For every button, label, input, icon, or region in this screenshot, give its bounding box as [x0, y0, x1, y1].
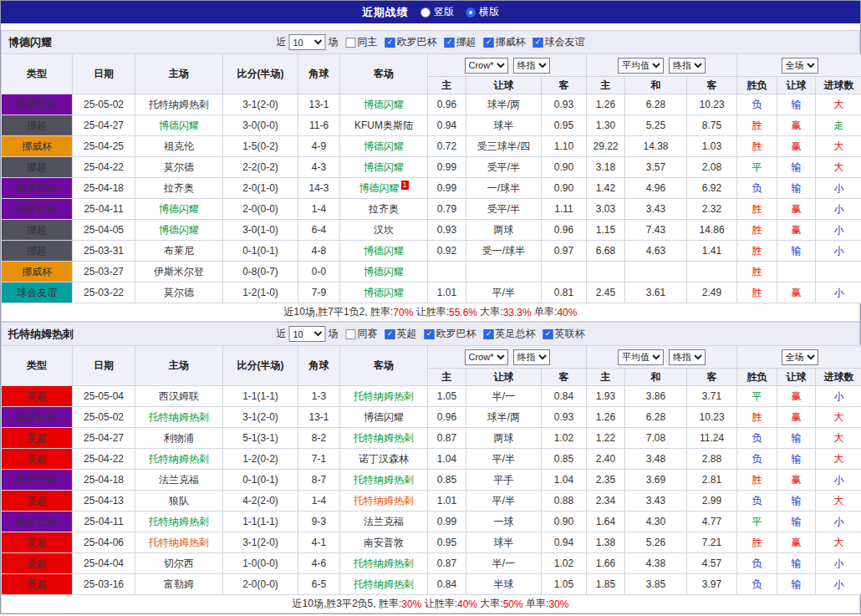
euro-time-select[interactable]: 终指	[669, 58, 706, 74]
odds-time-select[interactable]: 终指	[513, 349, 550, 365]
away-team-link[interactable]: 诺丁汉森林	[340, 449, 428, 470]
euro-source-select[interactable]: 平均值	[618, 349, 664, 365]
filter-checkbox-挪超[interactable]: ✓挪超	[445, 35, 476, 49]
corners-count: 4-6	[298, 553, 340, 574]
handicap-line: 受平/半	[466, 199, 542, 220]
home-team-link[interactable]: 托特纳姆热刺	[135, 449, 223, 470]
handicap-odds-away: 0.88	[542, 491, 587, 512]
result-outcome: 负	[737, 428, 777, 449]
away-team-name: 托特纳姆热刺	[354, 557, 414, 569]
scope-select[interactable]: 全场	[782, 58, 818, 74]
home-team-link[interactable]: 博德闪耀	[135, 199, 223, 220]
layout-option-横版[interactable]: 横版	[466, 5, 499, 19]
match-count-select[interactable]: 10	[289, 326, 326, 342]
filter-checkbox-挪威杯[interactable]: ✓挪威杯	[484, 35, 526, 49]
handicap-odds-home: 0.85	[428, 470, 466, 491]
odds-source-select[interactable]: Crow*	[465, 349, 508, 365]
column-header: 日期	[73, 54, 135, 94]
match-row: 欧罗巴杯25-04-11托特纳姆热刺1-1(1-1)9-3法兰克福0.99一球0…	[2, 512, 861, 532]
filter-checkbox-欧罗巴杯[interactable]: ✓欧罗巴杯	[425, 327, 476, 341]
home-team-link[interactable]: 伊斯米尔登	[135, 262, 223, 283]
away-team-link[interactable]: 博德闪耀1	[340, 178, 428, 199]
filter-checkbox-英足总杯[interactable]: ✓英足总杯	[484, 327, 536, 341]
scope-select[interactable]: 全场	[782, 349, 818, 365]
layout-option-竖版[interactable]: 竖版	[420, 5, 454, 19]
filter-checkbox-同赛[interactable]: ✓同赛	[346, 327, 378, 341]
match-date: 25-03-31	[73, 241, 135, 262]
away-team-link[interactable]: 托特纳姆热刺	[340, 386, 428, 407]
summary-segment: 55.6%	[449, 307, 477, 318]
filter-checkbox-球会友谊[interactable]: ✓球会友谊	[533, 35, 585, 49]
home-team-link[interactable]: 托特纳姆热刺	[135, 512, 223, 532]
euro-source-select[interactable]: 平均值	[618, 58, 664, 74]
home-team-link[interactable]: 狼队	[135, 491, 223, 512]
home-team-link[interactable]: 博德闪耀	[135, 220, 223, 241]
odds-source-select[interactable]: Crow*	[465, 58, 508, 74]
result-goals: 小	[816, 220, 861, 241]
home-team-link[interactable]: 托特纳姆热刺	[135, 407, 223, 428]
handicap-line: 半/一	[466, 386, 542, 407]
summary-segment: 40%	[557, 307, 577, 318]
away-team-link[interactable]: 南安普敦	[340, 532, 428, 553]
home-team-link[interactable]: 法兰克福	[135, 470, 223, 491]
euro-odds-draw: 3.69	[625, 470, 687, 491]
home-team-link[interactable]: 莫尔德	[135, 283, 223, 303]
filter-checkbox-英联杯[interactable]: ✓英联杯	[543, 327, 585, 341]
match-date: 25-05-02	[73, 94, 135, 115]
home-team-link[interactable]: 布莱尼	[135, 241, 223, 262]
filter-checkbox-欧罗巴杯[interactable]: ✓欧罗巴杯	[385, 35, 437, 49]
euro-time-select[interactable]: 终指	[669, 349, 706, 365]
league-badge: 英超	[2, 449, 73, 470]
home-team-link[interactable]: 富勒姆	[135, 574, 223, 595]
handicap-odds-away: 1.10	[542, 136, 587, 157]
away-team-link[interactable]: 托特纳姆热刺	[340, 574, 428, 595]
home-team-link[interactable]: 托特纳姆热刺	[135, 94, 223, 115]
summary-segment: 30%	[548, 598, 568, 610]
away-team-link[interactable]: 法兰克福	[340, 512, 428, 532]
home-team-link[interactable]: 西汉姆联	[135, 386, 223, 407]
away-team-link[interactable]: 托特纳姆热刺	[340, 553, 428, 574]
match-count-select[interactable]: 10	[289, 34, 326, 50]
euro-odds-group-header: 平均值终指	[587, 54, 737, 77]
column-subheader: 主	[587, 77, 625, 94]
away-team-link[interactable]: 托特纳姆热刺	[340, 428, 428, 449]
away-team-link[interactable]: 博德闪耀	[340, 136, 428, 157]
home-team-link[interactable]: 莫尔德	[135, 157, 223, 178]
away-team-link[interactable]: 博德闪耀	[340, 262, 428, 283]
checkbox-icon: ✓	[385, 329, 395, 339]
away-team-link[interactable]: 汉坎	[340, 220, 428, 241]
match-row: 欧罗巴杯25-04-18拉齐奥2-0(1-0)14-3博德闪耀10.99一/球半…	[2, 178, 861, 199]
away-team-link[interactable]: KFUM奥斯陆	[340, 115, 428, 136]
handicap-odds-home: 1.01	[428, 491, 466, 512]
away-team-link[interactable]: 博德闪耀	[340, 241, 428, 262]
home-team-link[interactable]: 利物浦	[135, 428, 223, 449]
handicap-odds-away: 0.97	[542, 241, 587, 262]
away-team-link[interactable]: 博德闪耀	[340, 283, 428, 303]
away-team-name: 托特纳姆热刺	[354, 578, 414, 590]
euro-odds-draw: 6.28	[625, 94, 687, 115]
filter-checkbox-同主[interactable]: ✓同主	[346, 35, 378, 49]
away-team-link[interactable]: 博德闪耀	[340, 407, 428, 428]
away-team-name: 博德闪耀	[364, 161, 404, 173]
handicap-odds-home: 0.87	[428, 428, 466, 449]
handicap-odds-away: 1.11	[542, 199, 587, 220]
result-handicap: 输	[777, 491, 816, 512]
match-score: 1-1(1-1)	[223, 386, 298, 407]
away-team-link[interactable]: 博德闪耀	[340, 94, 428, 115]
home-team-link[interactable]: 托特纳姆热刺	[135, 532, 223, 553]
euro-odds-draw: 7.43	[625, 220, 687, 241]
away-team-link[interactable]: 博德闪耀	[340, 157, 428, 178]
away-team-link[interactable]: 托特纳姆热刺	[340, 491, 428, 512]
away-team-link[interactable]: 托特纳姆热刺	[340, 470, 428, 491]
result-handicap: 赢	[777, 220, 816, 241]
home-team-link[interactable]: 拉齐奥	[135, 178, 223, 199]
odds-time-select[interactable]: 终指	[513, 58, 550, 74]
summary-segment: 70%	[393, 307, 413, 318]
handicap-odds-away: 0.90	[542, 157, 587, 178]
home-team-link[interactable]: 博德闪耀	[135, 115, 223, 136]
league-badge: 英超	[2, 574, 73, 595]
home-team-link[interactable]: 祖克伦	[135, 136, 223, 157]
home-team-link[interactable]: 切尔西	[135, 553, 223, 574]
filter-checkbox-英超[interactable]: ✓英超	[385, 327, 417, 341]
away-team-link[interactable]: 拉齐奥	[340, 199, 428, 220]
